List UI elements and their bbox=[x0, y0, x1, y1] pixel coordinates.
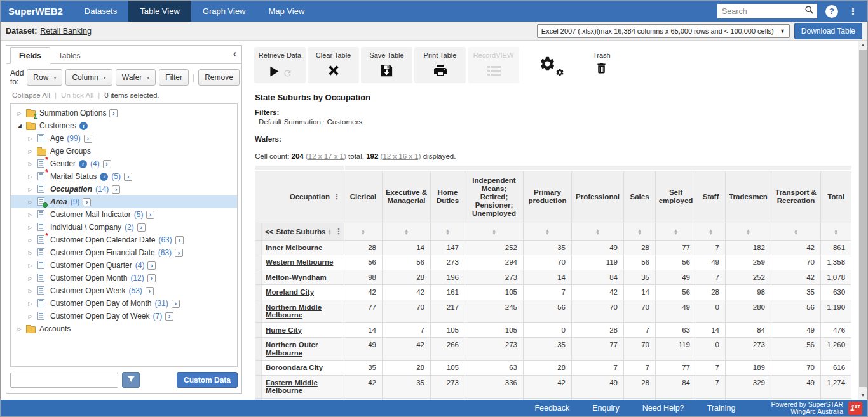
save-table-button[interactable]: Save Table bbox=[361, 47, 412, 83]
row-label-link[interactable]: Melton-Wyndham bbox=[266, 274, 327, 281]
sort-cell-total[interactable]: ▲▼ bbox=[821, 223, 851, 240]
sort-icon[interactable]: ▲▼ bbox=[445, 228, 449, 235]
expand-arrow-icon[interactable]: ▷ bbox=[27, 161, 34, 167]
expand-arrow-icon[interactable]: ▷ bbox=[27, 199, 34, 205]
tree-item-customer-open-month[interactable]: ▷Customer Open Month(12)› bbox=[11, 272, 237, 284]
dataset-name-link[interactable]: Retail Banking bbox=[40, 27, 92, 36]
open-field-icon[interactable]: › bbox=[147, 274, 156, 282]
sort-icon[interactable]: ▲▼ bbox=[404, 228, 408, 235]
column-dimension-cell[interactable]: Occupation⋮ bbox=[255, 171, 344, 223]
scroll-up-icon[interactable]: ▲ bbox=[858, 41, 867, 49]
nav-tab-graph-view[interactable]: Graph View bbox=[191, 1, 257, 22]
footer-link-enquiry[interactable]: Enquiry bbox=[592, 404, 619, 413]
expand-arrow-icon[interactable]: ▷ bbox=[27, 301, 34, 307]
expand-arrow-icon[interactable]: ▷ bbox=[27, 149, 34, 154]
scroll-down-icon[interactable]: ▼ bbox=[858, 392, 867, 399]
chevron-down-icon[interactable]: ▾ bbox=[147, 75, 149, 81]
expand-arrow-icon[interactable]: ▷ bbox=[16, 110, 23, 116]
nav-tab-table-view[interactable]: Table View bbox=[128, 1, 191, 22]
column-header-tradesmen[interactable]: Tradesmen bbox=[726, 171, 771, 223]
sort-icon[interactable]: ▲▼ bbox=[492, 228, 496, 235]
sort-cell-professional[interactable]: ▲▼ bbox=[572, 223, 624, 240]
tree-item-summation-options[interactable]: ▷ΣSummation Options› bbox=[11, 107, 237, 119]
add-to-filter-button[interactable]: Filter bbox=[159, 69, 189, 86]
column-header-sales[interactable]: Sales bbox=[624, 171, 656, 223]
expand-arrow-icon[interactable]: ▷ bbox=[27, 225, 34, 230]
open-field-icon[interactable]: › bbox=[137, 223, 146, 232]
column-header-home-duties[interactable]: Home Duties bbox=[431, 171, 465, 223]
add-to-row-button[interactable]: Row▾ bbox=[27, 69, 62, 86]
sort-cell-executive-managerial[interactable]: ▲▼ bbox=[383, 223, 431, 240]
add-to-wafer-button[interactable]: Wafer▾ bbox=[116, 69, 156, 86]
tree-filter-input[interactable] bbox=[10, 373, 118, 388]
vertical-scrollbar[interactable]: ▲ ▼ bbox=[858, 41, 867, 400]
sort-icon[interactable]: ▲▼ bbox=[674, 228, 677, 235]
sort-icon[interactable]: ▲▼ bbox=[746, 228, 750, 235]
kebab-menu-icon[interactable]: ⋮ bbox=[335, 227, 342, 236]
sort-icon[interactable]: ▲▼ bbox=[834, 228, 837, 235]
row-label-link[interactable]: Boroondara City bbox=[266, 364, 323, 371]
open-field-icon[interactable]: › bbox=[112, 185, 120, 194]
row-label-link[interactable]: Western Melbourne bbox=[266, 258, 334, 266]
expand-arrow-icon[interactable]: ▷ bbox=[27, 314, 34, 319]
info-icon[interactable]: i bbox=[79, 122, 88, 130]
tree-item-customer-open-day-of-week[interactable]: ▷Customer Open Day of Week(7)› bbox=[11, 310, 237, 322]
untick-all-link[interactable]: Un-tick All bbox=[61, 91, 93, 99]
row-label-link[interactable]: Hume City bbox=[266, 326, 302, 334]
column-header-independent-means-retired-pensioner-unemployed[interactable]: Independent Means; Retired; Pensioner; U… bbox=[465, 171, 524, 223]
nav-tab-map-view[interactable]: Map View bbox=[257, 1, 316, 22]
column-header-total[interactable]: Total bbox=[821, 171, 851, 223]
open-field-icon[interactable]: › bbox=[165, 312, 173, 321]
row-label-link[interactable]: Northern Outer Melbourne bbox=[266, 341, 318, 357]
tree-item-customer-open-week[interactable]: ▷Customer Open Week(53)› bbox=[11, 284, 237, 297]
open-field-icon[interactable]: › bbox=[146, 211, 154, 219]
tab-fields[interactable]: Fields bbox=[10, 47, 50, 64]
sort-icon[interactable]: ▲▼ bbox=[545, 228, 549, 235]
tree-item-customer-mail-indicator[interactable]: ▷Customer Mail Indicator(5)› bbox=[11, 208, 237, 221]
tree-item-customers[interactable]: ◢Customersi bbox=[11, 119, 237, 132]
tree-item-marital-status[interactable]: ▷*Marital Statusi(5)› bbox=[11, 170, 237, 183]
tree-item-area[interactable]: ▷Area(9)› bbox=[11, 195, 237, 208]
sort-cell-independent-means-retired-pensioner-unemployed[interactable]: ▲▼ bbox=[465, 223, 524, 240]
help-icon[interactable]: ? bbox=[825, 5, 838, 18]
info-icon[interactable]: i bbox=[79, 160, 87, 168]
footer-link-need-help[interactable]: Need Help? bbox=[642, 404, 684, 413]
sort-icon[interactable]: ▲▼ bbox=[595, 228, 599, 235]
row-label-link[interactable]: Northern Middle Melbourne bbox=[266, 303, 322, 319]
retrieve-data-button[interactable]: Retrieve Data bbox=[254, 47, 306, 83]
tree-item-customer-open-calendar-date[interactable]: ▷*Customer Open Calendar Date(63)› bbox=[11, 234, 237, 246]
expand-arrow-icon[interactable]: ▷ bbox=[27, 250, 34, 256]
open-field-icon[interactable]: › bbox=[124, 173, 132, 181]
column-header-executive-managerial[interactable]: Executive & Managerial bbox=[383, 171, 431, 223]
expand-arrow-icon[interactable]: ▷ bbox=[27, 136, 34, 142]
tree-item-occupation[interactable]: ▷Occupation(14)› bbox=[11, 183, 237, 195]
table-options-button[interactable] bbox=[539, 55, 566, 79]
tree-item-age[interactable]: ▷Age(99)› bbox=[11, 132, 237, 145]
open-field-icon[interactable]: › bbox=[83, 198, 91, 206]
sort-cell-tradesmen[interactable]: ▲▼ bbox=[726, 223, 771, 240]
row-label-link[interactable]: Eastern Middle Melbourne bbox=[266, 379, 318, 395]
open-field-icon[interactable]: › bbox=[103, 160, 111, 168]
nav-tab-datasets[interactable]: Datasets bbox=[73, 1, 128, 22]
download-format-select[interactable]: Excel 2007 (.xlsx)(max 16,384 columns x … bbox=[537, 24, 790, 38]
footer-link-feedback[interactable]: Feedback bbox=[534, 404, 569, 413]
chevron-down-icon[interactable]: ▾ bbox=[104, 75, 106, 81]
column-header-staff[interactable]: Staff bbox=[696, 171, 726, 223]
panel-collapse-icon[interactable]: ‹ bbox=[233, 49, 236, 59]
open-field-icon[interactable]: › bbox=[175, 236, 184, 244]
column-header-transport-recreation[interactable]: Transport & Recreation bbox=[771, 171, 821, 223]
sort-icon[interactable]: ▲▼ bbox=[709, 228, 712, 235]
cell-count-total-link[interactable]: (12 x 17 x 1) bbox=[306, 152, 346, 160]
sort-icon[interactable]: ▲▼ bbox=[328, 228, 332, 235]
sort-cell-staff[interactable]: ▲▼ bbox=[696, 223, 726, 240]
tree-item-customer-open-day-of-month[interactable]: ▷Customer Open Day of Month(31)› bbox=[11, 297, 237, 310]
sort-cell-primary-production[interactable]: ▲▼ bbox=[524, 223, 572, 240]
tab-tables[interactable]: Tables bbox=[50, 48, 89, 63]
custom-data-button[interactable]: Custom Data bbox=[177, 372, 238, 388]
scrollbar-thumb[interactable] bbox=[859, 50, 867, 387]
tree-item-customer-open-quarter[interactable]: ▷Customer Open Quarter(4)› bbox=[11, 259, 237, 272]
row-label-link[interactable]: Moreland City bbox=[266, 288, 314, 296]
row-dimension-cell[interactable]: <<State Suburbs ▲▼⋮ bbox=[262, 223, 344, 240]
expand-arrow-icon[interactable]: ▷ bbox=[27, 237, 34, 243]
download-table-button[interactable]: Download Table bbox=[794, 23, 862, 39]
